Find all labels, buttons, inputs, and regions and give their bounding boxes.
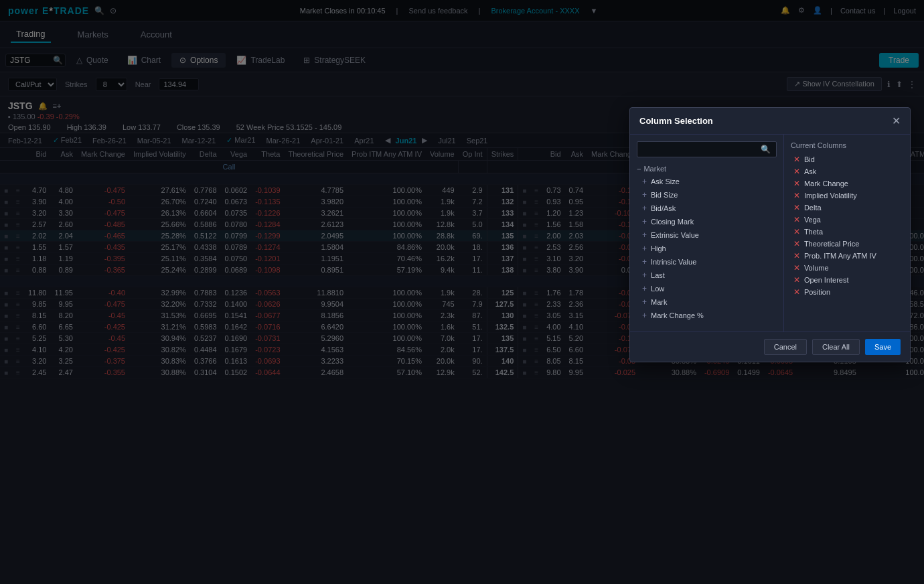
col-last[interactable]: + Last bbox=[637, 269, 777, 282]
col-high[interactable]: + High bbox=[637, 242, 777, 255]
current-col-vega: ✕ Vega bbox=[791, 214, 903, 226]
modal-header: Column Selection ✕ bbox=[630, 108, 910, 135]
remove-markchg-icon[interactable]: ✕ bbox=[793, 179, 800, 188]
add-icon: + bbox=[642, 257, 647, 267]
current-col-theta: ✕ Theta bbox=[791, 226, 903, 238]
modal-search[interactable]: 🔍 bbox=[637, 141, 777, 157]
add-icon: + bbox=[642, 217, 647, 226]
current-col-markchg: ✕ Mark Change bbox=[791, 177, 903, 190]
remove-delta-icon[interactable]: ✕ bbox=[793, 203, 800, 212]
current-col-prob: ✕ Prob. ITM Any ATM IV bbox=[791, 250, 903, 262]
modal-close-btn[interactable]: ✕ bbox=[892, 115, 901, 127]
collapse-icon: − bbox=[637, 165, 641, 173]
col-bid-size[interactable]: + Bid Size bbox=[637, 188, 777, 202]
cancel-button[interactable]: Cancel bbox=[764, 339, 807, 355]
current-col-delta: ✕ Delta bbox=[791, 202, 903, 214]
clear-all-button[interactable]: Clear All bbox=[812, 339, 860, 355]
col-mark[interactable]: + Mark bbox=[637, 295, 777, 309]
add-icon: + bbox=[642, 244, 647, 253]
remove-vol-icon[interactable]: ✕ bbox=[793, 263, 800, 273]
add-icon: + bbox=[642, 311, 647, 320]
add-icon: + bbox=[642, 204, 647, 213]
current-col-theo: ✕ Theoretical Price bbox=[791, 238, 903, 250]
remove-vega-icon[interactable]: ✕ bbox=[793, 215, 800, 224]
remove-pos-icon[interactable]: ✕ bbox=[793, 287, 800, 297]
current-col-ask: ✕ Ask bbox=[791, 165, 903, 177]
current-cols-title: Current Columns bbox=[791, 141, 903, 149]
modal-current-cols: Current Columns ✕ Bid ✕ Ask ✕ Mark Chang… bbox=[784, 135, 910, 332]
col-bid-ask[interactable]: + Bid/Ask bbox=[637, 202, 777, 215]
modal-market-section: − Market + Ask Size + Bid Size + Bid/Ask bbox=[637, 163, 777, 322]
col-mark-chg-pct[interactable]: + Mark Change % bbox=[637, 309, 777, 322]
current-col-volume: ✕ Volume bbox=[791, 262, 903, 274]
add-icon: + bbox=[642, 271, 647, 280]
remove-bid-icon[interactable]: ✕ bbox=[793, 155, 800, 164]
modal-overlay[interactable]: Column Selection ✕ 🔍 − Market + Ask Size bbox=[0, 0, 924, 584]
add-icon: + bbox=[642, 297, 647, 307]
market-section-label: Market bbox=[643, 165, 666, 173]
current-col-opint: ✕ Open Interest bbox=[791, 274, 903, 286]
col-ask-size[interactable]: + Ask Size bbox=[637, 175, 777, 188]
save-button[interactable]: Save bbox=[865, 339, 901, 355]
remove-ask-icon[interactable]: ✕ bbox=[793, 167, 800, 176]
remove-opint-icon[interactable]: ✕ bbox=[793, 275, 800, 285]
modal-available-cols: 🔍 − Market + Ask Size + Bid Size bbox=[630, 135, 784, 332]
add-icon: + bbox=[642, 284, 647, 293]
col-extrinsic[interactable]: + Extrinsic Value bbox=[637, 228, 777, 242]
current-col-position: ✕ Position bbox=[791, 286, 903, 298]
remove-theo-icon[interactable]: ✕ bbox=[793, 239, 800, 248]
current-col-iv: ✕ Implied Volatility bbox=[791, 190, 903, 202]
add-icon: + bbox=[642, 190, 647, 200]
remove-prob-icon[interactable]: ✕ bbox=[793, 251, 800, 261]
col-closing-mark[interactable]: + Closing Mark bbox=[637, 215, 777, 228]
modal-body: 🔍 − Market + Ask Size + Bid Size bbox=[630, 135, 910, 332]
search-icon-modal: 🔍 bbox=[761, 145, 771, 154]
remove-iv-icon[interactable]: ✕ bbox=[793, 191, 800, 200]
col-intrinsic[interactable]: + Intrinsic Value bbox=[637, 255, 777, 269]
col-low[interactable]: + Low bbox=[637, 282, 777, 295]
add-icon: + bbox=[642, 230, 647, 240]
modal-footer: Cancel Clear All Save bbox=[630, 332, 910, 362]
current-col-bid: ✕ Bid bbox=[791, 153, 903, 165]
modal-market-header[interactable]: − Market bbox=[637, 163, 777, 175]
modal-title: Column Selection bbox=[639, 116, 713, 126]
column-selection-modal: Column Selection ✕ 🔍 − Market + Ask Size bbox=[629, 107, 911, 362]
add-icon: + bbox=[642, 177, 647, 186]
remove-theta-icon[interactable]: ✕ bbox=[793, 227, 800, 236]
col-search-input[interactable] bbox=[643, 145, 758, 153]
